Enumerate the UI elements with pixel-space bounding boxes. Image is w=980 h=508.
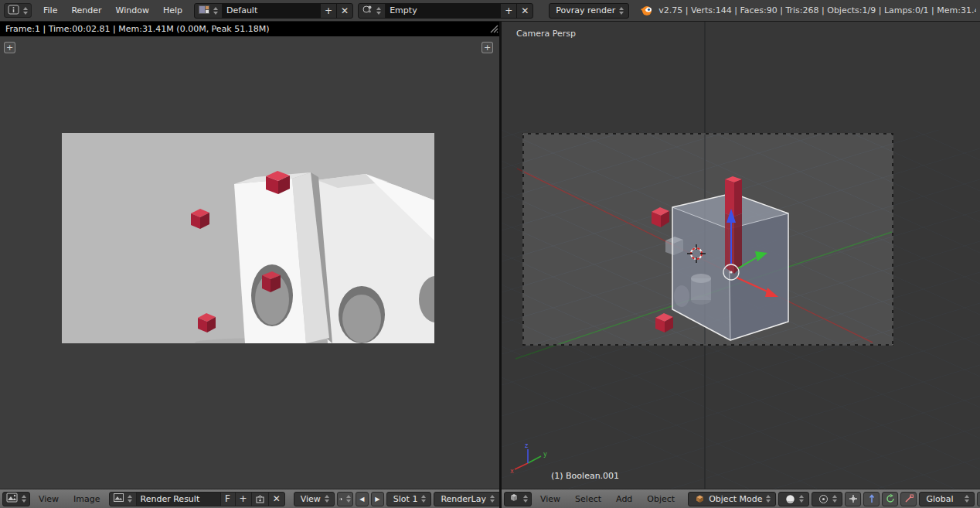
mode-dropdown[interactable]: Object Mode — [688, 492, 776, 506]
translate-icon — [866, 493, 877, 504]
image-datablock-selector: Render Result F + ✕ — [109, 492, 285, 506]
pivot-point-dropdown[interactable] — [812, 492, 842, 506]
menu-render[interactable]: Render — [64, 0, 108, 21]
scene-selector: Empty + ✕ — [358, 3, 533, 19]
object-mode-icon — [695, 494, 705, 503]
chevron-updown-icon — [799, 495, 804, 503]
view-name-label: Camera Persp — [516, 29, 576, 39]
chevron-updown-icon — [213, 7, 218, 15]
image-browse-button[interactable] — [109, 492, 137, 506]
pack-image-button[interactable] — [251, 492, 269, 506]
chevron-updown-icon — [376, 7, 381, 15]
scene-delete-button[interactable]: ✕ — [516, 3, 533, 19]
editor-mode-value: View — [301, 494, 321, 504]
viewport-editor-type-button[interactable] — [504, 492, 532, 506]
image-name-field[interactable]: Render Result — [136, 492, 221, 506]
editor-mode-dropdown[interactable]: View — [294, 492, 335, 506]
layout-name: Default — [226, 5, 257, 15]
render-layer-value: RenderLay — [441, 494, 486, 504]
scene-browse-button[interactable] — [358, 3, 386, 19]
image-icon — [114, 493, 124, 504]
layout-add-button[interactable]: + — [320, 3, 337, 19]
slot-dropdown[interactable]: Slot 1 — [386, 492, 432, 506]
red-pillar-object[interactable] — [725, 176, 742, 274]
menu-object[interactable]: Object — [641, 494, 681, 504]
viewport-3d-header: View Select Add Object Object Mode — [502, 489, 980, 508]
viewport-shading-dropdown[interactable] — [778, 492, 809, 506]
slot-value: Slot 1 — [393, 494, 418, 504]
chevron-updown-icon — [421, 495, 426, 503]
chevron-updown-icon — [619, 7, 624, 15]
pivot-point-icon — [818, 494, 829, 504]
chevron-updown-icon — [22, 495, 26, 503]
chevron-updown-icon — [23, 7, 28, 15]
red-cube-upper[interactable] — [652, 207, 669, 227]
header-statistics: v2.75 | Verts:144 | Faces:90 | Tris:268 … — [658, 5, 976, 15]
viewport-3d-area: x y z Camera Persp (1) Boolean.001 View … — [502, 22, 980, 508]
orientation-value: Global — [926, 494, 953, 504]
chevron-updown-icon — [523, 495, 528, 503]
layout-delete-button[interactable]: ✕ — [336, 3, 353, 19]
image-editor-canvas[interactable]: + + — [0, 36, 499, 489]
image-editor-icon — [6, 493, 18, 505]
chevron-updown-icon — [490, 495, 495, 503]
render-engine-value: Povray render — [556, 5, 615, 15]
layout-browse-button[interactable] — [194, 3, 223, 19]
layout-thumbnail-icon — [199, 5, 209, 16]
menu-select[interactable]: Select — [569, 494, 607, 504]
menu-image[interactable]: Image — [67, 494, 106, 504]
blender-window: File Render Window Help Default + ✕ — [0, 0, 980, 508]
screen-layout-selector: Default + ✕ — [194, 3, 353, 19]
gizmo-y-label: y — [543, 451, 547, 458]
image-new-button[interactable]: + — [235, 492, 252, 506]
image-name: Render Result — [141, 494, 200, 504]
scene-name: Empty — [390, 5, 417, 15]
fake-user-button[interactable]: F — [220, 492, 236, 506]
menu-view[interactable]: View — [534, 494, 567, 504]
image-editor-type-button[interactable] — [2, 492, 30, 506]
next-slot-button[interactable]: ▶ — [371, 492, 384, 506]
chevron-updown-icon — [766, 495, 771, 503]
menu-help[interactable]: Help — [156, 0, 189, 21]
active-object-label: (1) Boolean.001 — [551, 471, 619, 481]
menu-view[interactable]: View — [32, 494, 65, 504]
scene-name-field[interactable]: Empty — [385, 3, 501, 19]
orientation-dropdown[interactable]: Global — [919, 492, 975, 506]
scene-add-button[interactable]: + — [500, 3, 517, 19]
chevron-updown-icon — [832, 495, 837, 503]
render-result-image — [62, 133, 453, 347]
info-editor-icon — [8, 5, 19, 17]
image-editor-header: View Image Render Result F + ✕ View — [0, 489, 499, 508]
manipulator-toggle-button[interactable] — [845, 492, 861, 506]
menu-window[interactable]: Window — [109, 0, 156, 21]
render-layer-dropdown[interactable]: RenderLay — [434, 492, 499, 506]
display-channels-button[interactable] — [337, 492, 353, 506]
render-engine-dropdown[interactable]: Povray render — [549, 3, 629, 19]
chevron-updown-icon — [965, 495, 969, 503]
scale-icon — [903, 493, 914, 504]
gizmo-x-label: x — [510, 468, 514, 475]
area-corner-widget[interactable] — [488, 22, 499, 36]
main-menu-bar: File Render Window Help — [36, 0, 189, 21]
mode-value: Object Mode — [709, 494, 762, 504]
menu-file[interactable]: File — [36, 0, 64, 21]
layout-name-field[interactable]: Default — [222, 3, 321, 19]
translate-manipulator-button[interactable] — [863, 492, 880, 506]
manipulator-icon — [848, 493, 859, 504]
previous-slot-button[interactable]: ◀ — [356, 492, 369, 506]
chevron-updown-icon — [346, 495, 351, 503]
editor-type-selector[interactable] — [4, 3, 32, 18]
scale-manipulator-button[interactable] — [900, 492, 917, 506]
image-editor-area: Frame:1 | Time:00:02.81 | Mem:31.41M (0.… — [0, 22, 499, 508]
chevron-updown-icon — [128, 495, 132, 503]
gizmo-z-label: z — [525, 442, 528, 449]
snap-magnet-button[interactable] — [977, 492, 980, 506]
rotate-manipulator-button[interactable] — [882, 492, 898, 506]
info-header: File Render Window Help Default + ✕ — [0, 0, 980, 22]
menu-add[interactable]: Add — [610, 494, 638, 504]
viewport-3d-canvas[interactable]: x y z Camera Persp (1) Boolean.001 — [502, 22, 980, 489]
chevron-updown-icon — [325, 495, 329, 503]
image-unlink-button[interactable]: ✕ — [268, 492, 285, 506]
render-info-text: Frame:1 | Time:00:02.81 | Mem:31.41M (0.… — [5, 24, 270, 34]
scene-icon — [362, 5, 373, 16]
